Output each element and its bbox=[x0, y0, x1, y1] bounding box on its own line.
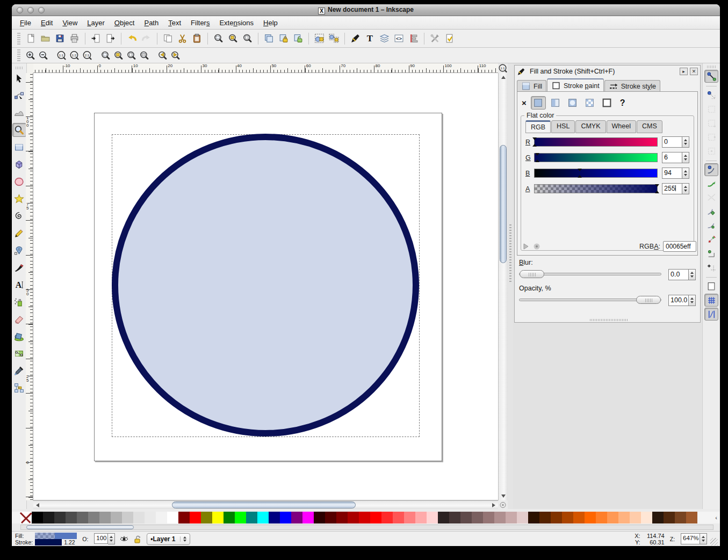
tool-paint-bucket[interactable] bbox=[12, 329, 26, 343]
export-button[interactable] bbox=[103, 32, 118, 46]
B-spin[interactable]: 94 bbox=[662, 168, 689, 179]
palette-swatch[interactable] bbox=[641, 512, 652, 523]
palette-swatch[interactable] bbox=[427, 512, 438, 523]
menu-text[interactable]: Text bbox=[163, 17, 186, 28]
palette-swatch[interactable] bbox=[88, 512, 99, 523]
snap-guides-button[interactable] bbox=[704, 308, 718, 321]
paint-flat-button[interactable] bbox=[531, 96, 546, 110]
tool-spiral[interactable] bbox=[12, 209, 26, 223]
fill-stroke-indicator[interactable]: Fill: Stroke: 1.22 bbox=[15, 533, 77, 546]
menu-view[interactable]: View bbox=[57, 17, 82, 28]
tool-gradient[interactable] bbox=[12, 346, 26, 360]
color-managed-icon[interactable] bbox=[532, 242, 541, 251]
palette-swatch[interactable] bbox=[449, 512, 460, 523]
zoom-2-1-button[interactable]: 2:1 bbox=[81, 49, 93, 61]
R-spin[interactable]: 0 bbox=[662, 136, 689, 148]
unlink-clone-button[interactable] bbox=[291, 32, 305, 46]
new-document-button[interactable] bbox=[24, 32, 38, 46]
palette-swatch[interactable] bbox=[415, 512, 427, 523]
palette-swatch[interactable] bbox=[618, 512, 630, 523]
palette-swatch[interactable] bbox=[517, 512, 528, 523]
palette-scroll-left-button[interactable]: ‹ bbox=[712, 512, 720, 523]
snap-midpoints-button[interactable] bbox=[704, 233, 718, 246]
layers-dialog-button[interactable] bbox=[377, 32, 392, 46]
palette-swatch[interactable] bbox=[506, 512, 517, 523]
snap-grid-button[interactable] bbox=[704, 294, 718, 307]
colorspace-tab-rgb[interactable]: RGB bbox=[525, 120, 551, 133]
ungroup-button[interactable] bbox=[327, 32, 341, 46]
palette-swatch[interactable] bbox=[528, 512, 539, 523]
horizontal-ruler[interactable]: -100102030405060708090100110 bbox=[33, 63, 498, 73]
palette-swatch[interactable] bbox=[190, 512, 201, 523]
menu-filters[interactable]: Filters bbox=[186, 17, 214, 28]
menu-object[interactable]: Object bbox=[110, 17, 140, 28]
tool-selector[interactable] bbox=[12, 71, 26, 85]
xml-editor-button[interactable]: <> bbox=[392, 32, 406, 46]
palette-swatch[interactable] bbox=[201, 512, 212, 523]
toolbar-drag-handle[interactable] bbox=[17, 49, 20, 61]
tool-pencil[interactable] bbox=[12, 226, 26, 240]
opacity-slider[interactable] bbox=[519, 296, 661, 304]
palette-swatch[interactable] bbox=[111, 512, 122, 523]
duplicate-button[interactable] bbox=[262, 32, 276, 46]
menu-edit[interactable]: Edit bbox=[36, 17, 57, 28]
palette-swatch[interactable] bbox=[630, 512, 641, 523]
tool-connector[interactable] bbox=[12, 381, 26, 395]
ruler-units-button[interactable]: 1:1 bbox=[498, 63, 508, 73]
vertical-ruler[interactable]: 1 0 07 55 02 50 bbox=[26, 73, 33, 500]
vertical-scrollbar[interactable] bbox=[498, 73, 508, 500]
palette-swatch[interactable] bbox=[370, 512, 381, 523]
zoom-page-button[interactable] bbox=[240, 32, 255, 46]
menu-help[interactable]: Help bbox=[258, 17, 283, 28]
snap-nodes-button[interactable] bbox=[704, 163, 718, 176]
clone-button[interactable] bbox=[276, 32, 291, 46]
blur-spin[interactable]: 0.0 bbox=[664, 269, 696, 280]
tool-pen[interactable] bbox=[12, 243, 26, 257]
toolbar-drag-handle[interactable] bbox=[17, 33, 20, 45]
palette-swatch[interactable] bbox=[235, 512, 246, 523]
palette-swatch[interactable] bbox=[122, 512, 133, 523]
scroll-left-arrow[interactable] bbox=[36, 503, 39, 507]
scroll-right-arrow[interactable] bbox=[492, 503, 495, 507]
zoom-1-1-button[interactable]: 1:1 bbox=[55, 49, 68, 61]
vertical-scroll-thumb[interactable] bbox=[500, 145, 507, 263]
zoom-drawing-button[interactable] bbox=[112, 49, 125, 61]
palette-swatch[interactable] bbox=[77, 512, 88, 523]
palette-swatch[interactable] bbox=[596, 512, 607, 523]
save-button[interactable] bbox=[53, 32, 67, 46]
paint-unknown-button[interactable]: ? bbox=[620, 98, 625, 108]
tool-box-3d[interactable] bbox=[12, 157, 26, 171]
zoom-next-button[interactable] bbox=[169, 49, 182, 61]
palette-swatch[interactable] bbox=[359, 512, 370, 523]
B-slider[interactable] bbox=[534, 169, 658, 178]
layer-visibility-icon[interactable] bbox=[119, 535, 129, 543]
R-slider[interactable] bbox=[534, 137, 658, 147]
snap-bbox-corners-button[interactable] bbox=[704, 117, 718, 129]
snap-page-border-button[interactable] bbox=[704, 280, 718, 293]
layer-lock-icon[interactable] bbox=[133, 535, 141, 543]
palette-swatch[interactable] bbox=[494, 512, 506, 523]
colorspace-tab-cmyk[interactable]: CMYK bbox=[575, 120, 606, 133]
snap-bbox-button[interactable] bbox=[704, 89, 718, 101]
palette-swatch[interactable] bbox=[686, 512, 697, 523]
zoom-page-button[interactable] bbox=[125, 49, 138, 61]
palette-swatch[interactable] bbox=[167, 512, 178, 523]
paint-radial-button[interactable] bbox=[565, 96, 580, 110]
blur-slider[interactable] bbox=[519, 270, 661, 278]
copy-button[interactable] bbox=[161, 32, 175, 46]
paint-swatch-button[interactable] bbox=[600, 96, 615, 110]
panel-resize-grip[interactable] bbox=[590, 319, 628, 321]
palette-swatch[interactable] bbox=[54, 512, 66, 523]
cut-button[interactable] bbox=[175, 32, 190, 46]
palette-swatch[interactable] bbox=[32, 512, 43, 523]
palette-scroll-thumb[interactable] bbox=[26, 525, 134, 529]
menu-path[interactable]: Path bbox=[139, 17, 163, 28]
menu-extensions[interactable]: Extensions bbox=[214, 17, 258, 28]
paint-none-button[interactable]: × bbox=[522, 98, 527, 107]
colorspace-tab-cms[interactable]: CMS bbox=[637, 120, 662, 133]
tool-calligraphy[interactable] bbox=[12, 260, 26, 274]
zoom-width-button[interactable] bbox=[138, 49, 150, 61]
tool-dropper[interactable] bbox=[12, 363, 26, 377]
tool-eraser[interactable] bbox=[12, 312, 26, 326]
palette-swatch[interactable] bbox=[607, 512, 618, 523]
